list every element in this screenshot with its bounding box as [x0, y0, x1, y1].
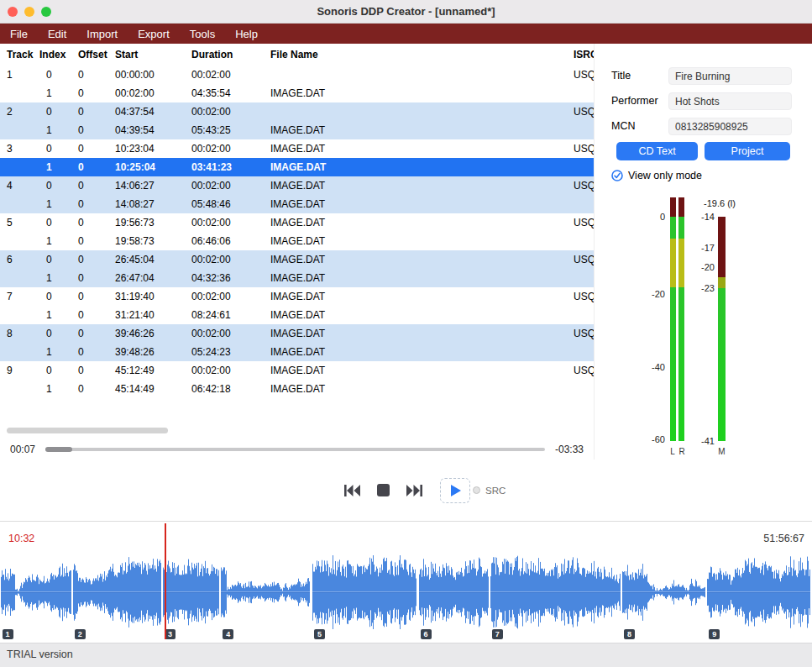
table-row[interactable]: 1014:08:2705:48:46IMAGE.DAT — [0, 195, 594, 213]
waveform-track-block[interactable]: 7 — [490, 554, 621, 631]
mcn-field[interactable] — [668, 118, 792, 135]
waveform-track-block[interactable]: 5 — [312, 554, 416, 631]
zoom-button[interactable] — [41, 7, 51, 17]
meter-bar-right — [678, 197, 684, 441]
cell-index: 1 — [39, 380, 78, 398]
cell-index: 0 — [39, 361, 78, 380]
lr-scale-40: -40 — [637, 362, 665, 372]
table-row[interactable]: 1010:25:0403:41:23IMAGE.DAT — [0, 158, 594, 176]
level-meters: 0 -20 -40 -60 -19.6 (l) -14 -17 -20 -23 … — [637, 197, 771, 475]
waveform-canvas — [163, 554, 219, 631]
table-row[interactable]: 1039:48:2605:24:23IMAGE.DAT — [0, 343, 594, 361]
track-number-badge: 4 — [223, 629, 233, 639]
menu-export[interactable]: Export — [138, 28, 170, 40]
previous-track-button[interactable] — [342, 482, 362, 499]
lr-scale-20: -20 — [637, 289, 665, 299]
cell-duration: 00:02:00 — [191, 324, 270, 343]
performer-label: Performer — [611, 95, 658, 107]
cell-start: 31:21:40 — [115, 306, 191, 324]
waveform-track-block[interactable]: 3 — [163, 554, 219, 631]
cell-file — [270, 66, 574, 84]
cell-isrc: USQ — [574, 139, 594, 158]
table-row[interactable]: 1045:14:4906:42:18IMAGE.DAT — [0, 380, 594, 398]
status-bar: TRIAL version — [0, 643, 812, 667]
table-row[interactable]: 60026:45:0400:02:00IMAGE.DATUSQ — [0, 250, 594, 269]
cell-track: 5 — [7, 213, 39, 232]
next-track-button[interactable] — [405, 482, 425, 499]
meter-bar-left — [670, 197, 676, 441]
view-only-label: View only mode — [628, 170, 702, 181]
total-duration-label: 51:56:67 — [763, 533, 804, 544]
menu-file[interactable]: File — [10, 28, 28, 40]
column-header-offset: Offset — [78, 44, 115, 66]
table-row[interactable]: 10000:00:0000:02:00USQ — [0, 66, 594, 84]
play-button[interactable] — [440, 478, 470, 503]
title-field[interactable] — [668, 67, 792, 85]
cell-track — [7, 269, 39, 287]
waveform-track-block[interactable]: 1 — [1, 554, 71, 631]
seek-fill — [45, 447, 72, 452]
cell-duration: 06:46:06 — [191, 232, 270, 250]
waveform-track-block[interactable]: 8 — [622, 554, 705, 631]
m-scale-17: -17 — [688, 243, 715, 253]
table-row[interactable]: 40014:06:2700:02:00IMAGE.DATUSQ — [0, 176, 594, 195]
playhead — [165, 523, 166, 639]
menu-import[interactable]: Import — [86, 28, 118, 40]
waveform-canvas — [312, 554, 416, 631]
waveform-canvas — [707, 554, 810, 631]
scrollbar-thumb[interactable] — [7, 428, 168, 433]
menu-help[interactable]: Help — [235, 28, 258, 40]
table-row[interactable]: 70031:19:4000:02:00IMAGE.DATUSQ — [0, 287, 594, 306]
cell-offset: 0 — [78, 139, 115, 158]
cell-track — [7, 121, 39, 139]
waveform-canvas — [490, 554, 621, 631]
seek-slider[interactable] — [45, 448, 545, 451]
waveform-track-block[interactable]: 2 — [73, 554, 161, 631]
cd-text-button[interactable]: CD Text — [616, 142, 698, 160]
menu-edit[interactable]: Edit — [48, 28, 66, 40]
stop-button[interactable] — [377, 484, 390, 496]
project-button[interactable]: Project — [705, 142, 790, 160]
table-row[interactable]: 1026:47:0404:32:36IMAGE.DAT — [0, 269, 594, 287]
waveform-canvas — [221, 554, 310, 631]
close-button[interactable] — [8, 7, 18, 17]
cell-track: 1 — [7, 66, 39, 84]
cell-file: IMAGE.DAT — [270, 232, 574, 250]
cell-duration: 00:02:00 — [191, 102, 270, 121]
cell-index: 0 — [39, 102, 78, 121]
waveform-canvas — [419, 554, 489, 631]
table-header: Track Index Offset Start Duration File N… — [0, 44, 594, 66]
cell-start: 39:46:26 — [115, 324, 191, 343]
cell-file: IMAGE.DAT — [270, 287, 574, 306]
table-row[interactable]: 20004:37:5400:02:00USQ — [0, 102, 594, 121]
track-number-badge: 6 — [421, 629, 432, 639]
menu-tools[interactable]: Tools — [190, 28, 215, 40]
m-scale-14: -14 — [688, 212, 715, 222]
track-number-badge: 7 — [492, 629, 503, 639]
table-row[interactable]: 50019:56:7300:02:00IMAGE.DATUSQ — [0, 213, 594, 232]
cell-isrc: USQ — [574, 287, 594, 306]
table-row[interactable]: 30010:23:0400:02:00IMAGE.DATUSQ — [0, 139, 594, 158]
performer-field[interactable] — [668, 92, 792, 110]
table-row[interactable]: 1031:21:4008:24:61IMAGE.DAT — [0, 306, 594, 324]
table-row[interactable]: 1004:39:5405:43:25IMAGE.DAT — [0, 121, 594, 139]
table-row[interactable]: 90045:12:4900:02:00IMAGE.DATUSQ — [0, 361, 594, 380]
view-only-mode-toggle[interactable]: View only mode — [611, 170, 702, 181]
waveform-track-block[interactable]: 6 — [419, 554, 489, 631]
cell-index: 1 — [39, 195, 78, 213]
cell-isrc: USQ — [574, 324, 594, 343]
cell-track: 7 — [7, 287, 39, 306]
waveform-track-block[interactable]: 4 — [221, 554, 310, 631]
cell-offset: 0 — [78, 195, 115, 213]
playhead-position-label: 10:32 — [8, 533, 34, 544]
minimize-button[interactable] — [24, 7, 34, 17]
table-row[interactable]: 1000:02:0004:35:54IMAGE.DAT — [0, 84, 594, 102]
cell-file: IMAGE.DAT — [270, 84, 574, 102]
cell-isrc — [574, 269, 594, 287]
cell-duration: 05:24:23 — [191, 343, 270, 361]
table-row[interactable]: 80039:46:2600:02:00IMAGE.DATUSQ — [0, 324, 594, 343]
cell-index: 1 — [39, 158, 78, 176]
table-row[interactable]: 1019:58:7306:46:06IMAGE.DAT — [0, 232, 594, 250]
cell-start: 10:25:04 — [115, 158, 191, 176]
waveform-track-block[interactable]: 9 — [707, 554, 810, 631]
